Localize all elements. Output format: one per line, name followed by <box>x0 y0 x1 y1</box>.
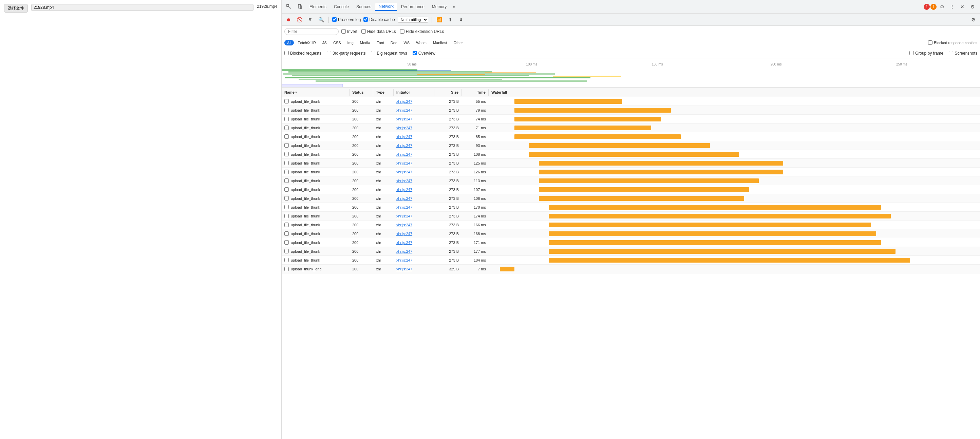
hide-extension-urls-label[interactable]: Hide extension URLs <box>400 29 444 34</box>
hide-data-urls-checkbox[interactable] <box>361 29 366 33</box>
more-tabs-button[interactable]: » <box>451 3 457 11</box>
close-devtools-icon[interactable]: ✕ <box>958 2 967 11</box>
td-initiator[interactable]: xhr.js:247 <box>394 161 434 166</box>
overview-label[interactable]: Overview <box>413 51 435 56</box>
td-initiator[interactable]: xhr.js:247 <box>394 187 434 192</box>
row-checkbox[interactable] <box>284 214 289 218</box>
filter-input[interactable] <box>284 28 339 35</box>
invert-checkbox[interactable] <box>341 29 346 33</box>
wifi-icon[interactable]: 📶 <box>435 16 444 24</box>
overview-checkbox[interactable] <box>413 51 417 55</box>
row-checkbox[interactable] <box>284 205 289 209</box>
third-party-label[interactable]: 3rd-party requests <box>327 51 366 56</box>
search-icon[interactable]: 🔍 <box>317 16 325 24</box>
filter-icon[interactable]: ⛛ <box>306 16 314 24</box>
screenshots-label[interactable]: Screenshots <box>949 51 977 56</box>
screenshots-checkbox[interactable] <box>949 51 953 55</box>
filter-font[interactable]: Font <box>374 40 387 46</box>
big-rows-label[interactable]: Big request rows <box>371 51 407 56</box>
file-name-input[interactable] <box>31 4 253 11</box>
td-initiator[interactable]: xhr.js:247 <box>394 222 434 227</box>
filter-doc[interactable]: Doc <box>388 40 400 46</box>
row-checkbox[interactable] <box>284 161 289 165</box>
filter-other[interactable]: Other <box>451 40 466 46</box>
blocked-requests-checkbox[interactable] <box>284 51 289 55</box>
filter-all[interactable]: All <box>284 40 294 46</box>
row-checkbox[interactable] <box>284 108 289 112</box>
device-toolbar-icon[interactable] <box>295 2 305 11</box>
filter-img[interactable]: Img <box>345 40 356 46</box>
filter-fetch-xhr[interactable]: Fetch/XHR <box>295 40 319 46</box>
table-row[interactable]: upload_file_thunk 200 xhr xhr.js:247 273… <box>282 106 980 115</box>
row-checkbox[interactable] <box>284 170 289 174</box>
hide-data-urls-label[interactable]: Hide data URLs <box>361 29 396 34</box>
throttle-select[interactable]: No throttling <box>398 17 428 23</box>
tab-memory[interactable]: Memory <box>429 3 450 11</box>
table-row[interactable]: upload_file_thunk 200 xhr xhr.js:247 273… <box>282 229 980 238</box>
big-rows-checkbox[interactable] <box>371 51 375 55</box>
th-type[interactable]: Type <box>373 89 394 95</box>
filter-css[interactable]: CSS <box>331 40 344 46</box>
row-checkbox[interactable] <box>284 152 289 156</box>
blocked-requests-label[interactable]: Blocked requests <box>284 51 321 56</box>
th-size[interactable]: Size <box>434 89 461 95</box>
table-row[interactable]: upload_file_thunk 200 xhr xhr.js:247 273… <box>282 168 980 177</box>
row-checkbox[interactable] <box>284 178 289 183</box>
disable-cache-label[interactable]: Disable cache <box>363 17 395 22</box>
th-status[interactable]: Status <box>350 89 373 95</box>
hide-extension-urls-checkbox[interactable] <box>400 29 404 33</box>
td-initiator[interactable]: xhr.js:247 <box>394 152 434 157</box>
table-row[interactable]: upload_file_thunk 200 xhr xhr.js:247 273… <box>282 185 980 194</box>
row-checkbox[interactable] <box>284 196 289 200</box>
td-initiator[interactable]: xhr.js:247 <box>394 249 434 254</box>
third-party-checkbox[interactable] <box>327 51 331 55</box>
table-row[interactable]: upload_file_thunk 200 xhr xhr.js:247 273… <box>282 132 980 141</box>
network-settings-icon[interactable]: ⚙ <box>969 16 977 24</box>
upload-icon[interactable]: ⬆ <box>446 16 454 24</box>
more-options-icon[interactable]: ⋮ <box>947 2 957 11</box>
row-checkbox[interactable] <box>284 117 289 121</box>
row-checkbox[interactable] <box>284 223 289 227</box>
td-initiator[interactable]: xhr.js:247 <box>394 213 434 219</box>
settings-icon[interactable]: ⚙ <box>937 2 947 11</box>
table-row[interactable]: upload_file_thunk 200 xhr xhr.js:247 273… <box>282 115 980 124</box>
download-icon[interactable]: ⬇ <box>457 16 465 24</box>
tab-elements[interactable]: Elements <box>306 3 330 11</box>
td-initiator[interactable]: xhr.js:247 <box>394 108 434 113</box>
inspect-element-icon[interactable] <box>284 2 294 11</box>
table-row[interactable]: upload_file_thunk 200 xhr xhr.js:247 273… <box>282 177 980 185</box>
td-initiator[interactable]: xhr.js:247 <box>394 116 434 122</box>
tab-sources[interactable]: Sources <box>353 3 375 11</box>
td-initiator[interactable]: xhr.js:247 <box>394 134 434 140</box>
td-initiator[interactable]: xhr.js:247 <box>394 205 434 210</box>
th-name[interactable]: Name▾ <box>282 89 350 95</box>
filter-manifest[interactable]: Manifest <box>430 40 450 46</box>
table-row[interactable]: upload_file_thunk 200 xhr xhr.js:247 273… <box>282 238 980 247</box>
record-button[interactable]: ⏺ <box>284 16 293 24</box>
td-initiator[interactable]: xhr.js:247 <box>394 125 434 130</box>
table-row[interactable]: upload_file_thunk 200 xhr xhr.js:247 273… <box>282 212 980 221</box>
table-row[interactable]: upload_file_thunk 200 xhr xhr.js:247 273… <box>282 150 980 159</box>
row-checkbox[interactable] <box>284 134 289 139</box>
customize-devtools-icon[interactable]: ⚙ <box>968 2 977 11</box>
table-row[interactable]: upload_file_thunk 200 xhr xhr.js:247 273… <box>282 141 980 150</box>
table-row[interactable]: upload_file_thunk 200 xhr xhr.js:247 273… <box>282 221 980 229</box>
row-checkbox[interactable] <box>284 258 289 262</box>
table-row[interactable]: upload_file_thunk 200 xhr xhr.js:247 273… <box>282 97 980 106</box>
row-checkbox[interactable] <box>284 99 289 103</box>
row-checkbox[interactable] <box>284 249 289 253</box>
filter-ws[interactable]: WS <box>401 40 412 46</box>
table-row[interactable]: upload_file_thunk 200 xhr xhr.js:247 273… <box>282 194 980 203</box>
row-checkbox[interactable] <box>284 143 289 148</box>
preserve-log-label[interactable]: Preserve log <box>332 17 361 22</box>
td-initiator[interactable]: xhr.js:247 <box>394 196 434 201</box>
table-row[interactable]: upload_file_thunk 200 xhr xhr.js:247 273… <box>282 256 980 265</box>
group-by-frame-checkbox[interactable] <box>909 51 914 55</box>
tab-performance[interactable]: Performance <box>398 3 428 11</box>
row-checkbox[interactable] <box>284 126 289 130</box>
td-initiator[interactable]: xhr.js:247 <box>394 231 434 237</box>
row-checkbox[interactable] <box>284 240 289 245</box>
th-initiator[interactable]: Initiator <box>394 89 434 95</box>
blocked-cookies-label[interactable]: Blocked response cookies <box>928 40 977 45</box>
td-initiator[interactable]: xhr.js:247 <box>394 99 434 104</box>
